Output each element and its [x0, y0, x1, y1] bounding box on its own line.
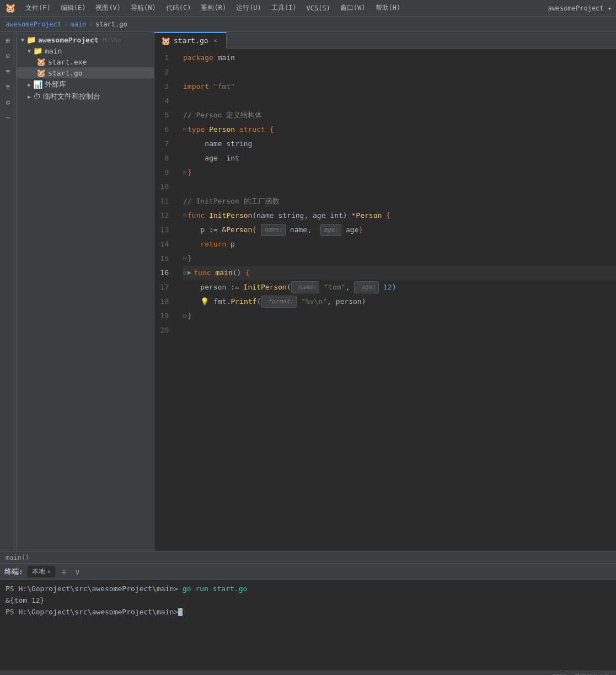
left-toolbar: ⊞ ⊙ ≡ ≣ ⚙ − [0, 32, 17, 551]
menu-vcs[interactable]: VCS(S) [302, 3, 335, 13]
menu-bar: 🐹 文件(F) 编辑(E) 视图(V) 导航(N) 代码(C) 重构(R) 运行… [0, 0, 616, 17]
breadcrumb-file: start.go [95, 20, 127, 28]
terminal-label: 终端: [4, 567, 23, 577]
menu-view[interactable]: 视图(V) [91, 2, 125, 14]
ln-2: 2 [154, 65, 174, 79]
expand-icon[interactable]: ≣ [2, 81, 14, 93]
bottom-strip: CSDN @爱编程的小欧 [0, 671, 616, 675]
tree-arrow-root: ▼ [21, 37, 24, 43]
tree-label-extlibs: 外部库 [45, 79, 66, 89]
code-line-15: ⊟} [183, 251, 616, 266]
ln-15: 15 [154, 251, 174, 266]
tree-file-startexe[interactable]: 🐹 start.exe [17, 56, 154, 67]
terminal-content[interactable]: PS H:\Goproject\src\awesomeProject\main>… [0, 580, 616, 671]
settings-icon[interactable]: ⚙ [2, 96, 14, 108]
menu-code[interactable]: 代码(C) [162, 2, 196, 14]
editor-area: 🐹 start.go × 1 2 3 4 5 6 7 8 9 10 11 12 … [154, 32, 616, 551]
folder-icon-root: 📁 [26, 35, 36, 44]
tree-label-temp: 临时文件和控制台 [43, 92, 100, 101]
code-line-1: package main [183, 51, 616, 65]
terminal-cmd-1: go run start.go [178, 585, 247, 593]
ln-20: 20 [154, 323, 174, 338]
temp-icon: ⏱ [33, 92, 41, 101]
menu-run[interactable]: 运行(U) [232, 2, 266, 14]
terminal-cursor [178, 608, 183, 616]
tree-project-root[interactable]: ▼ 📁 awesomeProject H:\Go [17, 34, 154, 45]
project-view-icon[interactable]: ⊞ [2, 34, 14, 46]
line-numbers: 1 2 3 4 5 6 7 8 9 10 11 12 13 14 15 16 1… [154, 51, 181, 549]
breadcrumb: awesomeProject › main › start.go [0, 17, 616, 32]
menu-help[interactable]: 帮助(H) [371, 2, 405, 14]
menu-edit[interactable]: 编辑(E) [56, 2, 90, 14]
tree-main-folder[interactable]: ▼ 📁 main [17, 45, 154, 56]
code-line-3: import "fmt" [183, 79, 616, 94]
code-line-16: ⊟▶func main() { [183, 266, 616, 280]
folder-icon-main: 📁 [33, 46, 42, 55]
tree-label-startgo: start.go [48, 69, 83, 77]
tab-startgo[interactable]: 🐹 start.go × [154, 32, 227, 49]
breadcrumb-project[interactable]: awesomeProject [6, 20, 61, 28]
project-name-header: awesomeProject ✦ [548, 4, 612, 12]
tree-arrow-main: ▼ [28, 48, 31, 54]
tree-arrow-temp: ▶ [28, 94, 31, 100]
code-line-14: return p [183, 237, 616, 251]
collapse-icon[interactable]: ≡ [2, 65, 14, 77]
tree-external-libs[interactable]: ▶ 📊 外部库 [17, 78, 154, 90]
code-line-5: // Person 定义结构体 [183, 108, 616, 122]
menu-tools[interactable]: 工具(I) [267, 2, 301, 14]
ln-8: 8 [154, 151, 174, 165]
code-line-2 [183, 65, 616, 79]
run-button[interactable]: ▶ [188, 267, 191, 278]
code-line-7: ⊟ name string [183, 137, 616, 151]
ln-3: 3 [154, 79, 174, 94]
tab-label: start.go [174, 36, 208, 45]
ln-9: 9 [154, 165, 174, 180]
bottom-strip-text: CSDN @爱编程的小欧 [552, 673, 610, 675]
code-line-19: ⊟} [183, 309, 616, 323]
tree-file-startgo[interactable]: 🐹 start.go [17, 67, 154, 78]
terminal-prompt-1: PS H:\Goproject\src\awesomeProject\main> [6, 585, 178, 593]
terminal-tab-bar: 终端: 本地 × + ∨ [0, 564, 616, 580]
ln-1: 1 [154, 51, 174, 65]
terminal-panel: 终端: 本地 × + ∨ PS H:\Goproject\src\awesome… [0, 563, 616, 671]
terminal-chevron-btn[interactable]: ∨ [73, 566, 82, 577]
scope-icon[interactable]: ⊙ [2, 50, 14, 62]
code-line-18: 💡 fmt.Printf( format: "%v\n", person) [183, 294, 616, 309]
file-tree: ▼ 📁 awesomeProject H:\Go ▼ 📁 main 🐹 star… [17, 32, 154, 551]
ln-18: 18 [154, 294, 174, 309]
menu-window[interactable]: 窗口(W) [336, 2, 370, 14]
code-content[interactable]: package main import "fmt" // Person 定义结构… [181, 51, 616, 549]
terminal-add-btn[interactable]: + [60, 566, 68, 577]
tree-label-main: main [45, 47, 62, 55]
ln-13: 13 [154, 223, 174, 237]
terminal-tab-label-local: 本地 [32, 567, 45, 576]
ln-7: 7 [154, 137, 174, 151]
menu-navigate[interactable]: 导航(N) [126, 2, 160, 14]
terminal-line-1: PS H:\Goproject\src\awesomeProject\main>… [6, 583, 610, 595]
code-line-12: ⊟func InitPerson(name string, age int) *… [183, 208, 616, 223]
ln-6: 6 [154, 122, 174, 137]
minus-icon[interactable]: − [2, 111, 14, 124]
app-logo: 🐹 [4, 2, 17, 14]
tree-temp-files[interactable]: ▶ ⏱ 临时文件和控制台 [17, 90, 154, 103]
file-icon-exe: 🐹 [36, 57, 46, 66]
terminal-tab-close[interactable]: × [47, 569, 51, 575]
ln-19: 19 [154, 309, 174, 323]
code-line-6: ⊟type Person struct { [183, 122, 616, 137]
ln-12: 12 [154, 208, 174, 223]
terminal-tab-local[interactable]: 本地 × [28, 566, 55, 577]
terminal-line-3: PS H:\Goproject\src\awesomeProject\main> [6, 607, 610, 618]
breadcrumb-main[interactable]: main [71, 20, 87, 28]
ln-11: 11 [154, 194, 174, 208]
ln-14: 14 [154, 237, 174, 251]
menu-file[interactable]: 文件(F) [21, 2, 55, 14]
file-icon-go: 🐹 [36, 68, 46, 77]
code-line-17: person := InitPerson( name: "tom", age: … [183, 280, 616, 294]
code-editor[interactable]: 1 2 3 4 5 6 7 8 9 10 11 12 13 14 15 16 1… [154, 49, 616, 551]
menu-refactor[interactable]: 重构(R) [196, 2, 231, 14]
status-text: main() [6, 554, 29, 561]
code-line-4 [183, 94, 616, 108]
tab-close-btn[interactable]: × [212, 37, 219, 45]
ln-16: 16 [154, 266, 174, 280]
ln-4: 4 [154, 94, 174, 108]
